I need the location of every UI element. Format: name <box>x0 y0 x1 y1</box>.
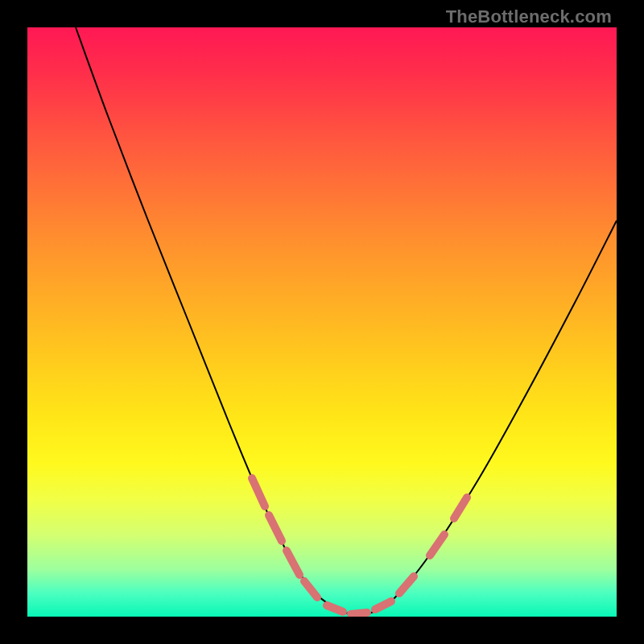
bottleneck-curve <box>76 27 617 615</box>
watermark-text: TheBottleneck.com <box>446 6 612 27</box>
right-dash-1 <box>399 576 414 593</box>
bottom-dash-1 <box>327 605 343 612</box>
left-dash-4 <box>304 581 317 597</box>
chart-svg <box>27 27 617 617</box>
left-dash-1 <box>252 478 265 506</box>
plot-area <box>27 27 617 617</box>
bottom-dash-3 <box>375 601 391 609</box>
right-dash-2 <box>430 535 444 555</box>
bottom-dash-2 <box>351 613 367 614</box>
left-dash-3 <box>287 551 299 575</box>
left-dash-2 <box>269 515 282 541</box>
right-dash-3 <box>454 497 467 518</box>
chart-frame: TheBottleneck.com <box>0 0 644 644</box>
